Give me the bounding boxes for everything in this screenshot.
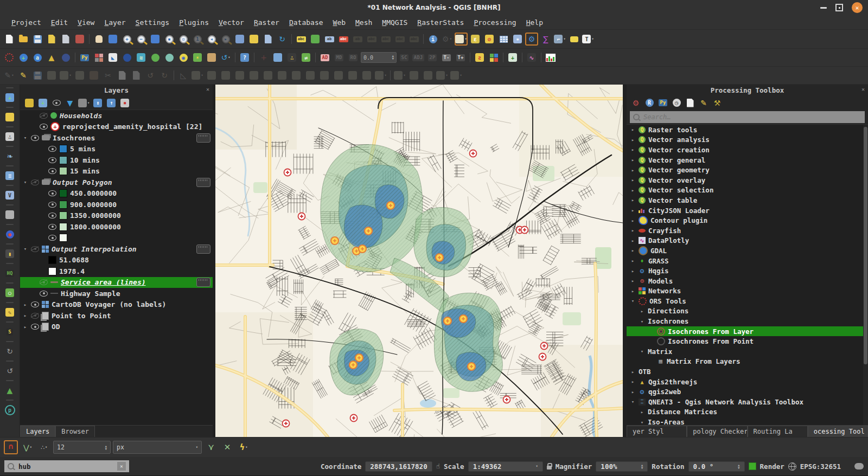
text-bigger-button[interactable]: T+ xyxy=(454,51,467,64)
algorithm-row[interactable]: ▸Crayfish xyxy=(627,226,868,236)
data-source-manager-button[interactable]: + xyxy=(3,92,16,104)
visibility-eye-icon[interactable] xyxy=(48,157,56,163)
expander-icon[interactable]: ▾ xyxy=(22,179,28,185)
dataplotly-grid-button[interactable] xyxy=(92,51,105,64)
processing-panel-close-icon[interactable]: ✕ xyxy=(861,86,865,92)
algorithm-row[interactable]: ▸Networks xyxy=(627,286,868,297)
select-by-expression-button[interactable]: ε xyxy=(469,33,482,46)
algorithm-row[interactable]: ▸Contour plugin xyxy=(627,215,868,226)
layer-row[interactable]: 10 mins xyxy=(20,155,213,166)
algorithm-row[interactable]: ▾Iso-Areas xyxy=(627,417,868,425)
change-label-button[interactable]: abc xyxy=(365,33,378,46)
undo-style-button[interactable]: ↺▾ xyxy=(219,51,232,64)
gdrive-layer-button[interactable]: ▲ xyxy=(3,384,16,396)
crayfish-layers-button[interactable]: ≋ xyxy=(135,51,148,64)
expander-icon[interactable]: ▸ xyxy=(630,218,636,223)
menu-plugins[interactable]: Plugins xyxy=(174,17,214,28)
menu-mesh[interactable]: Mesh xyxy=(350,17,377,28)
zoom-next-button[interactable]: ▸ xyxy=(219,33,232,46)
expander-icon[interactable]: ▸ xyxy=(630,188,636,193)
terrain-shading-button[interactable]: ☀ xyxy=(191,51,204,64)
processing-search-box[interactable] xyxy=(630,111,865,123)
map-canvas[interactable] xyxy=(215,85,623,437)
visibility-eye-icon[interactable] xyxy=(31,135,39,141)
locator-search-input[interactable] xyxy=(17,462,114,471)
menu-vector[interactable]: Vector xyxy=(214,17,249,28)
redo-button[interactable]: ↻ xyxy=(158,69,171,82)
crs-globe-icon[interactable] xyxy=(788,462,796,471)
clear-search-icon[interactable]: ✕ xyxy=(117,462,126,471)
results-viewer-button[interactable] xyxy=(685,98,695,108)
messages-icon[interactable] xyxy=(854,463,864,469)
undo-button[interactable]: ↺ xyxy=(144,69,157,82)
expander-icon[interactable]: ▸ xyxy=(630,197,636,203)
text-annotation-button[interactable]: T▾ xyxy=(582,33,595,46)
globe-marble-button[interactable] xyxy=(120,51,133,64)
algorithm-row[interactable]: ▸QVector geometry xyxy=(627,165,868,175)
expand-all-button[interactable]: ↕ xyxy=(92,98,103,108)
remove-layer-button[interactable]: ▪ xyxy=(119,98,130,108)
table-refresh-button[interactable]: ⇄ xyxy=(299,51,312,64)
open-project-button[interactable] xyxy=(17,33,30,46)
dock-tab[interactable]: ocessing Tool xyxy=(808,426,868,437)
layer-row[interactable]: 5 mins xyxy=(20,144,213,155)
add-part-button[interactable] xyxy=(247,69,260,82)
expander-icon[interactable]: ▸ xyxy=(630,379,636,384)
paste-features-button[interactable] xyxy=(130,69,143,82)
digitize-SC-button[interactable]: SC xyxy=(398,51,411,64)
python-scripts-button[interactable]: Py xyxy=(658,98,668,108)
sld-tool-button[interactable] xyxy=(487,51,500,64)
contour-tool-button[interactable]: ◉ xyxy=(177,51,190,64)
style-manager-button[interactable] xyxy=(73,33,86,46)
options-button[interactable]: ⚒ xyxy=(712,98,723,108)
algorithm-row[interactable]: ▸CityJSON Loader xyxy=(627,205,868,216)
mouse-position-icon[interactable]: ☝ xyxy=(436,463,440,469)
show-bookmarks-button[interactable] xyxy=(247,33,260,46)
edit-features-inplace-button[interactable]: ✎ xyxy=(698,98,709,108)
expander-icon[interactable]: ▾ xyxy=(639,349,645,354)
layer-row[interactable]: 450.0000000 xyxy=(20,188,213,200)
expander-icon[interactable]: ▸ xyxy=(22,302,28,307)
snapping-mode-button[interactable]: ⋁▾ xyxy=(21,441,34,454)
visibility-eye-icon[interactable] xyxy=(40,113,48,119)
expander-icon[interactable]: ▸ xyxy=(639,308,645,314)
processing-scrollbar[interactable] xyxy=(863,125,868,425)
expander-icon[interactable]: ▸ xyxy=(630,147,636,152)
expander-icon[interactable]: ▸ xyxy=(630,389,636,395)
filter-by-expression-button[interactable]: ▾ xyxy=(78,98,90,108)
add-group-button[interactable]: + xyxy=(37,98,48,108)
snapping-units-select[interactable]: px▾ xyxy=(113,441,202,454)
open-attribute-table-button[interactable] xyxy=(497,33,510,46)
layer-row[interactable]: Service area (lines) xyxy=(20,277,213,288)
memory-layer-indicator-icon[interactable] xyxy=(196,278,210,287)
p-plugin-button[interactable]: p xyxy=(3,404,16,416)
expander-icon[interactable]: ▸ xyxy=(630,288,636,294)
new-spatialite-layer-button[interactable]: ❧ xyxy=(3,150,16,162)
algorithm-row[interactable]: ▾ORS Tools xyxy=(627,296,868,306)
algorithm-row[interactable]: ▸QVector selection xyxy=(627,185,868,196)
expander-icon[interactable]: ▸ xyxy=(630,248,636,253)
expander-icon[interactable]: ▾ xyxy=(630,399,636,404)
visibility-eye-icon[interactable] xyxy=(48,213,56,218)
show-hide-labels-button[interactable]: abc xyxy=(393,33,406,46)
current-edits-button[interactable]: ✎▾ xyxy=(3,69,16,82)
rotate-feature-button[interactable] xyxy=(205,69,218,82)
layer-row[interactable]: 15 mins xyxy=(20,166,213,177)
memory-layer-indicator-icon[interactable] xyxy=(196,178,210,187)
snapping-tolerance-spinbox[interactable]: 12▲▼ xyxy=(53,441,111,454)
identify-features-button[interactable]: i xyxy=(426,33,439,46)
new-project-button[interactable] xyxy=(3,33,16,46)
expander-icon[interactable]: ▸ xyxy=(630,157,636,163)
snapping-intersection-button[interactable]: ✕ xyxy=(221,441,234,454)
serval-tool-button[interactable]: ƨ xyxy=(473,51,486,64)
undo-plugin-button[interactable]: ↺ xyxy=(3,365,16,377)
osm-place-search-button[interactable] xyxy=(59,51,72,64)
expander-icon[interactable]: ▸ xyxy=(630,238,636,243)
algorithm-row[interactable]: ▸▲Qgis2threejs xyxy=(627,377,868,387)
trim-extend-button[interactable]: ▾ xyxy=(374,69,387,82)
layer-row[interactable]: ▾Output Interpolation xyxy=(20,243,213,255)
new-mesh-layer-button[interactable]: V xyxy=(3,189,16,201)
azimuth-tool-button[interactable] xyxy=(271,51,284,64)
visibility-eye-icon[interactable] xyxy=(31,324,39,330)
toggle-editing-button[interactable]: ✎ xyxy=(17,69,30,82)
